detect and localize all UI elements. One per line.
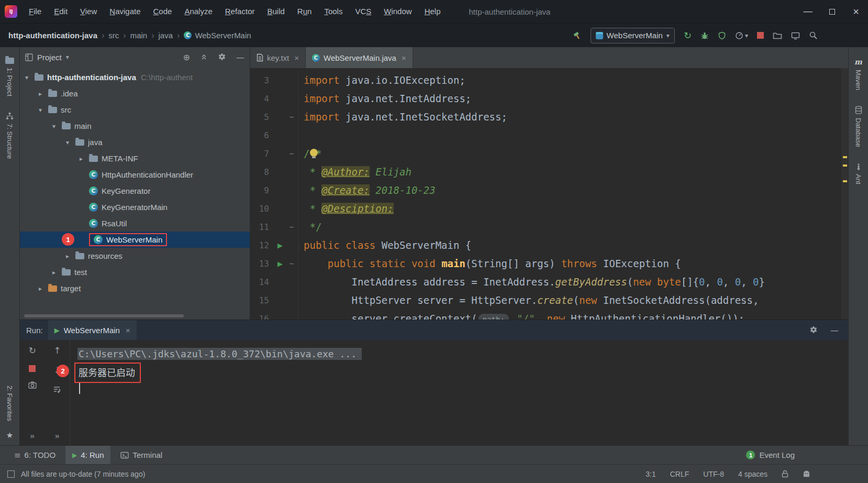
fold-icon[interactable]: − (287, 145, 296, 163)
soft-wrap-icon[interactable] (53, 385, 61, 393)
code-line-7[interactable]: 7−/** (250, 145, 848, 163)
toolwindow-tab-structure[interactable]: 7: Structure (6, 107, 14, 164)
horizontal-scrollbar[interactable] (24, 314, 184, 317)
run-arrow-icon[interactable]: ▶ (273, 255, 287, 273)
stop-icon[interactable] (29, 365, 36, 372)
close-tab-icon[interactable]: × (126, 326, 130, 335)
breadcrumb-item[interactable]: CWebServerMain (184, 31, 251, 40)
stop-icon[interactable] (757, 32, 764, 39)
code-line-14[interactable]: 14 InetAddress address = InetAddress.get… (250, 273, 848, 291)
toolwindow-tab-ant[interactable]: Ant (854, 158, 862, 190)
run-tab[interactable]: ▶ WebServerMain × (48, 320, 137, 340)
collapse-all-icon[interactable] (200, 53, 208, 61)
hide-panel-icon[interactable]: — (236, 52, 244, 62)
settings-gear-icon[interactable] (809, 326, 818, 334)
assistant-icon[interactable] (803, 470, 810, 478)
toolwindow-tab-maven[interactable]: m Maven (854, 52, 862, 95)
rerun-icon[interactable]: ↻ (684, 30, 692, 41)
indent-style[interactable]: 4 spaces (738, 470, 767, 478)
rerun-icon[interactable]: ↻ (29, 345, 36, 356)
tree-item-keygenerator[interactable]: CKeyGenerator (20, 183, 250, 199)
menu-edit[interactable]: Edit (48, 0, 74, 23)
fold-icon[interactable]: − (287, 218, 296, 236)
tree-item-target[interactable]: ▸target (20, 280, 250, 297)
favorites-star-icon[interactable]: ★ (6, 431, 13, 440)
chevron-right-icon[interactable]: ▸ (39, 285, 48, 292)
chevron-down-icon[interactable]: ▾ (66, 139, 75, 146)
close-button[interactable]: × (844, 0, 868, 23)
chevron-right-icon[interactable]: ▸ (39, 90, 48, 97)
code-area[interactable]: 3import java.io.IOException;4import java… (250, 68, 848, 320)
hide-panel-icon[interactable]: — (830, 325, 839, 335)
menu-code[interactable]: Code (147, 0, 179, 23)
chevron-down-icon[interactable]: ▾ (25, 74, 35, 81)
menu-navigate[interactable]: Navigate (103, 0, 147, 23)
toolwindow-terminal[interactable]: Terminal (114, 446, 169, 464)
toolwindow-tab-project[interactable]: 1: Project (5, 52, 14, 102)
settings-gear-icon[interactable] (218, 53, 226, 61)
camera-icon[interactable] (28, 381, 37, 389)
toolwindow-run[interactable]: ▶ 4: Run (65, 446, 110, 464)
tree-item-webservermain[interactable]: 1CWebServerMain (20, 232, 250, 248)
coverage-icon[interactable] (718, 31, 726, 40)
code-line-6[interactable]: 6 (250, 126, 848, 145)
console-line[interactable]: C:\Users\PC\.jdks\azul-1.8.0_372\bin\jav… (77, 345, 848, 363)
code-line-9[interactable]: 9 * @Create: 2018-10-23 (250, 181, 848, 200)
tree-item-rsautil[interactable]: CRsaUtil (20, 215, 250, 232)
console[interactable]: C:\Users\PC\.jdks\azul-1.8.0_372\bin\jav… (70, 340, 848, 445)
run-arrow-icon[interactable]: ▶ (273, 236, 287, 255)
tree-item-java[interactable]: ▾java (20, 134, 250, 150)
tree-item-src[interactable]: ▾src (20, 102, 250, 118)
project-panel-title[interactable]: Project (37, 53, 62, 62)
tree-item--idea[interactable]: ▸.idea (20, 85, 250, 102)
breadcrumb-item[interactable]: java (159, 31, 173, 40)
chevron-right-icon[interactable]: ▸ (66, 253, 75, 260)
menu-vcs[interactable]: VCS (349, 0, 377, 23)
tree-item-keygeneratormain[interactable]: CKeyGeneratorMain (20, 199, 250, 215)
close-tab-icon[interactable]: × (294, 53, 299, 62)
code-line-3[interactable]: 3import java.io.IOException; (250, 71, 848, 90)
caret-position[interactable]: 3:1 (646, 470, 655, 478)
lock-icon[interactable] (782, 470, 788, 478)
run-config-select[interactable]: WebServerMain ▾ (591, 28, 675, 43)
code-line-10[interactable]: 10 * @Desciption: (250, 200, 848, 218)
fold-icon[interactable]: − (287, 255, 296, 273)
debug-icon[interactable] (700, 31, 709, 40)
code-line-15[interactable]: 15 HttpServer server = HttpServer.create… (250, 291, 848, 310)
toolwindow-tab-favorites[interactable]: 2: Favorites (6, 380, 14, 426)
console-line[interactable]: 2服务器已启动 (77, 363, 848, 380)
code-line-8[interactable]: 8 * @Author: Elijah (250, 163, 848, 181)
menu-build[interactable]: Build (261, 0, 291, 23)
event-log[interactable]: 1 Event Log (746, 451, 868, 459)
menu-file[interactable]: File (23, 0, 48, 23)
code-line-12[interactable]: 12▶public class WebServerMain { (250, 236, 848, 255)
breadcrumb-item[interactable]: main (130, 31, 148, 40)
tree-item-resources[interactable]: ▸resources (20, 248, 250, 264)
chevron-down-icon[interactable]: ▾ (52, 123, 62, 130)
chevron-right-icon[interactable]: ▸ (80, 155, 89, 162)
tree-item-http-authentication-java[interactable]: ▾http-authentication-javaC:\http-authent (20, 69, 250, 85)
menu-tools[interactable]: Tools (318, 0, 349, 23)
code-line-16[interactable]: 16 server.createContext(path: "/", new H… (250, 310, 848, 320)
menu-window[interactable]: Window (377, 0, 418, 23)
tree-item-test[interactable]: ▸test (20, 264, 250, 280)
run-toolwindow-icon[interactable] (773, 31, 782, 40)
tree-item-meta-inf[interactable]: ▸META-INF (20, 150, 250, 167)
editor-scrollbar[interactable] (841, 68, 848, 320)
fold-icon[interactable]: − (287, 108, 296, 126)
menu-run[interactable]: Run (291, 0, 318, 23)
breadcrumb-item[interactable]: http-authentication-java (8, 31, 97, 40)
more-actions-icon[interactable]: » (30, 431, 35, 440)
close-tab-icon[interactable]: × (402, 53, 406, 62)
editor-tab-webservermain-java[interactable]: C WebServerMain.java × (306, 47, 413, 68)
tree-item-httpauthenticationhandler[interactable]: CHttpAuthenticationHandler (20, 167, 250, 183)
more-actions-icon[interactable]: » (55, 431, 59, 440)
code-line-4[interactable]: 4import java.net.InetAddress; (250, 90, 848, 108)
menu-analyze[interactable]: Analyze (178, 0, 218, 23)
lightbulb-icon[interactable] (310, 149, 318, 157)
chevron-right-icon[interactable]: ▸ (52, 269, 62, 276)
build-hammer-icon[interactable] (573, 31, 582, 40)
chevron-down-icon[interactable]: ▾ (39, 106, 48, 114)
code-line-5[interactable]: 5−import java.net.InetSocketAddress; (250, 108, 848, 126)
code-line-13[interactable]: 13▶− public static void main(String[] ar… (250, 255, 848, 273)
